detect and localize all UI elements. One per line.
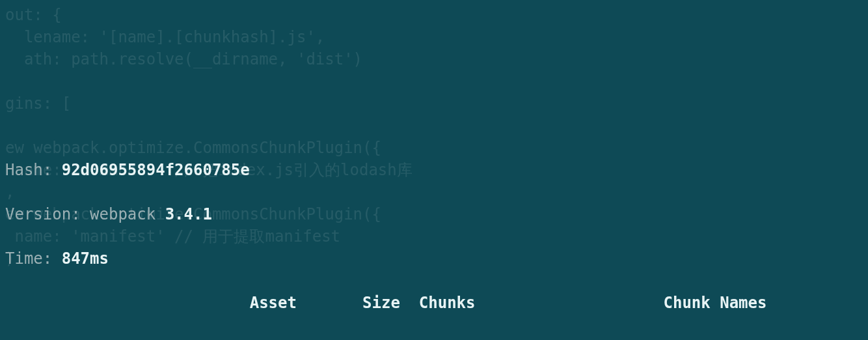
time-label: Time: xyxy=(5,249,62,268)
col-chunks: Chunks xyxy=(419,294,476,312)
version-line: Version: webpack 3.4.1 xyxy=(5,203,863,225)
foreground-output: Hash: 92d06955894f2660785e Version: webp… xyxy=(5,137,863,340)
col-asset: Asset xyxy=(250,294,297,312)
time-line: Time: 847ms xyxy=(5,248,863,270)
col-size: Size xyxy=(362,294,400,312)
version-label: Version: xyxy=(5,205,90,223)
time-value: 847ms xyxy=(62,249,109,268)
hash-line: Hash: 92d06955894f2660785e xyxy=(5,159,863,181)
version-value: 3.4.1 xyxy=(165,205,212,223)
version-prefix: webpack xyxy=(90,205,165,223)
asset-row: app.47957180aed292d3eef4.js 16.6 kB 0 [e… xyxy=(5,336,863,340)
hash-value: 92d06955894f2660785e xyxy=(62,161,250,179)
hash-label: Hash: xyxy=(5,161,62,179)
col-names: Chunk Names xyxy=(663,294,766,312)
terminal-output: out: { lename: '[name].[chunkhash].js', … xyxy=(0,0,868,340)
asset-header-row: Asset Size Chunks Chunk Names xyxy=(5,292,863,314)
